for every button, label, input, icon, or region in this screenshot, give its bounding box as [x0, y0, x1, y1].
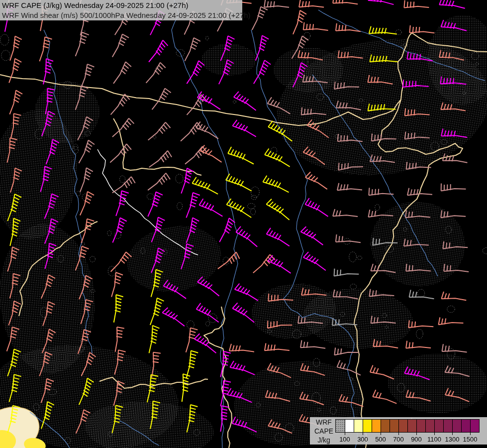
legend-tick [398, 432, 399, 435]
contour-blob [375, 204, 380, 211]
legend-swatch-5 [381, 420, 390, 432]
wind-barb [9, 90, 22, 114]
wind-barb [150, 298, 164, 325]
wind-barb [305, 198, 328, 217]
legend-label-cape: CAPE [313, 427, 335, 436]
legend-swatch-12 [443, 420, 452, 432]
contour-blob [271, 147, 277, 154]
wind-barb [299, 0, 324, 7]
wind-barb [226, 174, 252, 191]
legend-swatch-6 [390, 420, 398, 432]
wind-barb [293, 10, 306, 34]
contour-blob [248, 204, 255, 209]
contour-blob [77, 191, 81, 196]
contour-blob [358, 256, 362, 259]
wind-barb [369, 289, 394, 297]
wind-barb [186, 193, 199, 218]
wind-barb [265, 149, 290, 167]
wind-barb [336, 23, 361, 31]
contour-blob [107, 230, 111, 235]
wind-barb [303, 252, 326, 270]
wind-barb [218, 252, 240, 269]
contour-blob [120, 176, 125, 183]
wind-barb [268, 255, 291, 273]
wind-barb [196, 121, 218, 138]
legend-tick [416, 432, 417, 435]
wind-barb [187, 351, 198, 378]
wind-barb [305, 172, 327, 190]
legend-swatch-7 [398, 420, 407, 432]
legend-tick [470, 432, 471, 435]
wind-barb [79, 140, 95, 163]
legend-swatch-0 [336, 420, 345, 432]
legend-label-unit: J/kg [313, 436, 335, 445]
legend-color-bar [335, 419, 480, 433]
wind-barb [192, 177, 218, 194]
wind-barb [219, 218, 235, 242]
wind-barb [40, 37, 52, 61]
wind-barb [442, 344, 467, 352]
wind-barb [252, 6, 268, 30]
legend-tick [345, 432, 345, 435]
wind-barb [187, 61, 204, 84]
contour-blob [350, 284, 357, 289]
wind-barb [148, 173, 170, 190]
wind-barb [409, 25, 434, 33]
wind-barb [334, 269, 359, 276]
legend-labels: WRF CAPE J/kg [313, 418, 335, 445]
wind-barb [112, 218, 126, 243]
legend-swatch-11 [434, 420, 443, 432]
legend-swatch-10 [425, 420, 434, 432]
wind-barb [266, 199, 289, 220]
wind-barb [233, 120, 256, 137]
contour-blob [206, 322, 210, 327]
wind-barb [220, 406, 229, 432]
wind-barb [146, 63, 166, 83]
contour-blob [176, 174, 183, 183]
wind-barb [234, 92, 256, 111]
wind-barb [76, 32, 89, 56]
cape-stipple-layer [0, 15, 487, 448]
wind-barb [369, 188, 393, 195]
wind-barb [113, 62, 131, 84]
wind-barb [197, 92, 220, 110]
wind-barb [300, 340, 325, 348]
contour-blob [1, 50, 10, 61]
wind-barb [236, 226, 257, 247]
legend-swatch-3 [363, 420, 372, 432]
wind-barb [182, 374, 190, 402]
weather-map: WRF CAPE (J/kg) Wednesday 24-09-2025 21:… [0, 0, 487, 448]
wind-barb [441, 292, 466, 300]
wind-barb [80, 192, 94, 216]
wind-barb [181, 168, 194, 194]
wind-barb [333, 209, 358, 217]
contour-blob [416, 329, 423, 338]
contour-blob [177, 203, 183, 210]
wind-barb [185, 38, 200, 61]
wind-barb [112, 118, 134, 137]
legend-swatch-9 [416, 420, 425, 432]
legend-swatch-14 [461, 420, 470, 432]
wind-barb [199, 199, 223, 216]
contour-blob [147, 194, 154, 200]
cape-stipple-region [388, 353, 487, 413]
wind-barb [368, 0, 393, 4]
wind-barb [43, 59, 53, 85]
legend-swatch-15 [470, 420, 479, 432]
wind-barb [441, 183, 466, 191]
wind-barb [9, 59, 21, 83]
legend-tick-label: 1500 [459, 436, 481, 443]
contour-blob [251, 187, 260, 198]
contour-blob [483, 247, 487, 254]
contour-blob [447, 306, 455, 312]
wind-barb [301, 226, 323, 245]
legend-tick [434, 432, 435, 435]
wind-barb [149, 40, 168, 62]
wind-barb [112, 34, 129, 57]
wind-barb [303, 22, 328, 30]
country-border [113, 118, 201, 175]
wind-barb [409, 290, 434, 299]
wind-barb [114, 295, 123, 323]
wind-barb [265, 343, 290, 351]
wind-barb [185, 146, 207, 164]
